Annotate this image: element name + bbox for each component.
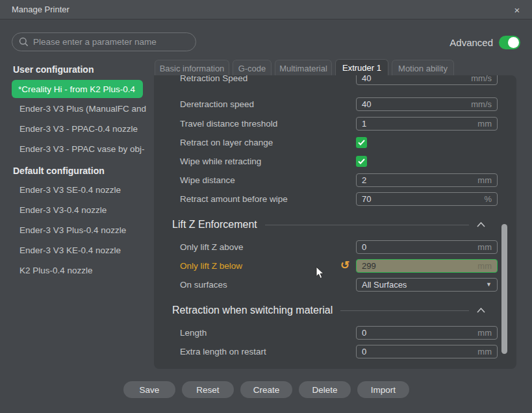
param-row-retraction-speed: Retraction Speed 40 mm/s — [154, 75, 516, 87]
advanced-toggle[interactable] — [499, 36, 520, 49]
param-unit: mm/s — [471, 75, 492, 83]
param-label: Retract on layer change — [154, 138, 273, 147]
chevron-up-icon[interactable] — [477, 222, 485, 227]
param-value: 70 — [362, 194, 484, 204]
retract-amount-before-wipe-input[interactable]: 70 % — [356, 192, 498, 206]
wipe-while-retracting-checkbox[interactable] — [356, 156, 367, 167]
param-row-wipe-while-retracting: Wipe while retracting — [154, 152, 516, 170]
wipe-distance-input[interactable]: 2 mm — [356, 173, 498, 187]
check-icon — [358, 158, 365, 164]
param-value: 40 — [362, 99, 471, 109]
param-row-on-surfaces: On surfaces All Surfaces ▼ — [154, 275, 516, 294]
check-icon — [358, 140, 365, 145]
retraction-speed-input[interactable]: 40 mm/s — [356, 75, 498, 85]
param-unit: mm — [477, 242, 492, 252]
param-row-only-lift-z-below: Only lift Z below ↺ 299 mm — [154, 257, 516, 275]
retract-on-layer-change-checkbox[interactable] — [356, 137, 367, 148]
length-input[interactable]: 0 mm — [356, 326, 498, 340]
extruder-settings-panel: Retraction Speed 40 mm/s Deretraction sp… — [154, 75, 516, 369]
param-label: Retraction Speed — [154, 75, 247, 83]
param-unit: mm/s — [471, 99, 492, 109]
sidebar-item-ender3-v3-plus-manualfc[interactable]: Ender-3 V3 Plus (ManualFC and — [19, 104, 146, 114]
param-value: 40 — [362, 75, 471, 83]
param-unit: mm — [477, 347, 492, 357]
param-row-deretraction-speed: Deretraction speed 40 mm/s — [154, 95, 516, 113]
extra-length-on-restart-input[interactable]: 0 mm — [356, 345, 498, 358]
param-unit: mm — [477, 119, 492, 129]
param-row-length: Length 0 mm — [154, 323, 516, 342]
on-surfaces-select[interactable]: All Surfaces ▼ — [356, 278, 498, 292]
sidebar-item-k2-plus[interactable]: K2 Plus-0.4 nozzle — [19, 266, 93, 275]
param-label: Only lift Z above — [154, 242, 244, 252]
only-lift-z-below-input[interactable]: 299 mm — [356, 259, 498, 273]
param-label: Retract amount before wipe — [154, 194, 288, 204]
section-divider — [340, 310, 469, 311]
param-row-wipe-distance: Wipe distance 2 mm — [154, 171, 516, 189]
create-button[interactable]: Create — [240, 381, 292, 398]
param-row-only-lift-z-above: Only lift Z above 0 mm — [154, 238, 516, 256]
section-title: Lift Z Enforcement — [172, 219, 257, 231]
param-label: Wipe while retracting — [154, 156, 261, 166]
select-value: All Surfaces — [362, 280, 482, 290]
sidebar-item-ender3-v3-ke[interactable]: Ender-3 V3 KE-0.4 nozzle — [19, 245, 121, 255]
chevron-up-icon[interactable] — [477, 308, 485, 313]
param-label: Only lift Z below — [154, 261, 242, 271]
toggle-knob — [508, 37, 519, 48]
param-label: Deretraction speed — [154, 99, 254, 109]
manage-printer-dialog: { "window": { "title": "Manage Printer",… — [0, 0, 532, 413]
tab-basic-information[interactable]: Basic information — [155, 60, 229, 76]
param-row-retract-amount-before-wipe: Retract amount before wipe 70 % — [154, 190, 516, 208]
param-row-extra-length-on-restart: Extra length on restart 0 mm — [154, 342, 516, 360]
param-unit: mm — [477, 328, 492, 338]
chevron-down-icon: ▼ — [486, 281, 492, 288]
reset-button[interactable]: Reset — [182, 381, 234, 398]
sidebar-item-ender3-v3-plus[interactable]: Ender-3 V3 Plus-0.4 nozzle — [19, 225, 126, 235]
param-label: Travel distance threshold — [154, 119, 277, 129]
search-icon — [19, 37, 29, 47]
travel-distance-threshold-input[interactable]: 1 mm — [356, 117, 498, 131]
sidebar-item-ender3-v3-ppac[interactable]: Ender-3 V3 - PPAC-0.4 nozzle — [19, 124, 138, 134]
close-icon[interactable]: × — [507, 0, 527, 19]
sidebar-item-creality-hi[interactable]: *Creality Hi - from K2 Plus-0.4 — [12, 80, 143, 98]
param-label: On surfaces — [154, 280, 227, 290]
param-row-travel-distance-threshold: Travel distance threshold 1 mm — [154, 114, 516, 132]
deretraction-speed-input[interactable]: 40 mm/s — [356, 97, 498, 111]
search-input[interactable]: Please enter a parameter name — [12, 32, 196, 51]
advanced-control: Advanced — [450, 34, 520, 50]
param-row-retract-on-layer-change: Retract on layer change — [154, 133, 516, 151]
param-unit: % — [484, 194, 492, 204]
tab-motion-ability[interactable]: Motion ability — [392, 60, 454, 76]
undo-icon[interactable]: ↺ — [338, 259, 351, 272]
tab-extruder-1[interactable]: Extruder 1 — [335, 59, 388, 76]
param-value: 0 — [362, 328, 477, 338]
import-button[interactable]: Import — [357, 381, 409, 398]
param-value: 2 — [362, 175, 477, 185]
tab-g-code[interactable]: G-code — [233, 60, 272, 76]
tab-bar: Basic information G-code Multimaterial E… — [155, 60, 454, 76]
section-lift-z-enforcement: Lift Z Enforcement — [154, 216, 516, 234]
param-value: 299 — [362, 261, 477, 271]
section-title: Retraction when switching material — [172, 305, 333, 316]
section-divider — [265, 225, 469, 225]
save-button[interactable]: Save — [123, 381, 175, 398]
advanced-label: Advanced — [450, 37, 493, 48]
delete-button[interactable]: Delete — [299, 381, 351, 398]
param-value: 0 — [362, 347, 477, 357]
scrollbar-thumb[interactable] — [501, 224, 507, 354]
only-lift-z-above-input[interactable]: 0 mm — [356, 240, 498, 254]
param-label: Wipe distance — [154, 175, 235, 185]
sidebar-item-ender3-v3-ppac-vase[interactable]: Ender-3 V3 - PPAC vase by obj- — [19, 144, 145, 154]
tab-multimaterial[interactable]: Multimaterial — [275, 60, 332, 76]
param-label: Length — [154, 328, 207, 338]
param-value: 0 — [362, 242, 477, 252]
user-configuration-header: User configuration — [13, 64, 94, 75]
sidebar-item-ender3-v3[interactable]: Ender-3 V3-0.4 nozzle — [19, 205, 107, 215]
title-bar: Manage Printer × — [0, 0, 532, 19]
search-placeholder: Please enter a parameter name — [33, 37, 157, 47]
footer-buttons: Save Reset Create Delete Import — [123, 381, 409, 398]
param-unit: mm — [477, 261, 492, 271]
default-configuration-header: Default configuration — [13, 166, 105, 176]
param-label: Extra length on restart — [154, 347, 266, 357]
sidebar-item-ender3-v3-se[interactable]: Ender-3 V3 SE-0.4 nozzle — [19, 185, 121, 195]
param-unit: mm — [477, 175, 492, 185]
